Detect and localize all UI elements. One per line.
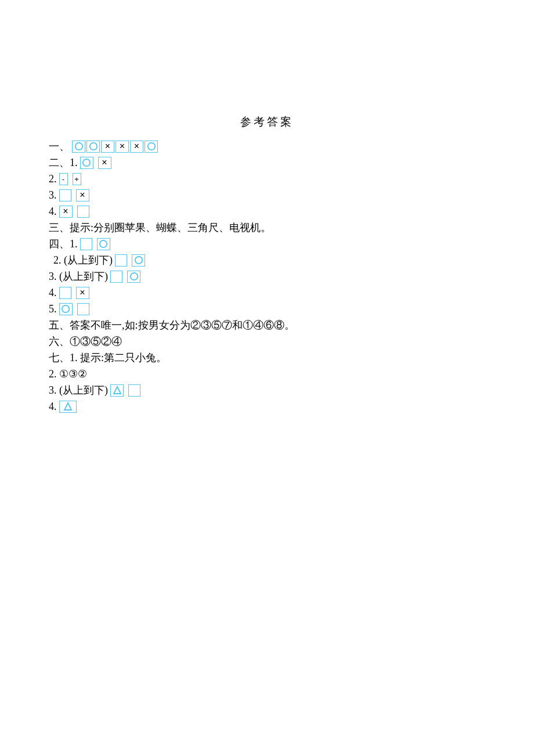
section-2-2: 2. - + xyxy=(49,171,485,187)
label-4-3: 3. (从上到下) xyxy=(49,268,108,285)
section-7-3: 3. (从上到下) xyxy=(49,382,485,398)
section-5: 五、答案不唯一,如:按男女分为②③⑤⑦和①④⑥⑧。 xyxy=(49,317,485,333)
section-2-1: 二、1. × xyxy=(49,154,485,171)
section-4-2: 2. (从上到下) xyxy=(53,252,485,268)
x-icon: × xyxy=(76,189,89,201)
x-icon: × xyxy=(101,141,114,153)
circle-icon xyxy=(59,303,73,315)
section-4-1: 四、1. xyxy=(49,236,485,252)
empty-box-icon xyxy=(80,238,92,250)
empty-box-icon xyxy=(110,271,122,283)
circle-icon xyxy=(72,141,85,153)
section-7-4: 4. xyxy=(49,398,485,415)
label-4-1: 四、1. xyxy=(49,236,78,252)
svg-marker-9 xyxy=(64,403,71,410)
label-6: 六、①③⑤②④ xyxy=(49,333,122,350)
label-2-1: 二、1. xyxy=(49,154,78,171)
label-2-4: 4. xyxy=(49,203,57,219)
svg-point-2 xyxy=(147,143,154,150)
section-7-2: 2. ①③② xyxy=(49,366,485,382)
svg-point-4 xyxy=(100,240,107,247)
circle-icon xyxy=(86,141,100,153)
section-1: 一、 × × × xyxy=(49,138,485,154)
svg-point-6 xyxy=(130,273,137,280)
svg-point-3 xyxy=(83,159,90,166)
section-4-5: 5. xyxy=(49,301,485,317)
section-4-3: 3. (从上到下) xyxy=(49,268,485,285)
circle-icon xyxy=(127,271,140,283)
label-4-2: 2. (从上到下) xyxy=(53,252,113,268)
empty-box-icon xyxy=(59,287,71,299)
section-7-1: 七、1. 提示:第二只小兔。 xyxy=(49,350,485,366)
svg-point-7 xyxy=(62,305,69,312)
circle-icon xyxy=(145,141,158,153)
label-1: 一、 xyxy=(49,138,70,154)
circle-icon xyxy=(80,157,93,169)
triangle-icon xyxy=(59,401,77,413)
svg-marker-8 xyxy=(114,387,121,394)
label-7-4: 4. xyxy=(49,398,57,415)
minus-icon: - xyxy=(59,173,68,185)
x-icon: × xyxy=(116,141,129,153)
label-7-1: 七、1. 提示:第二只小兔。 xyxy=(49,350,167,366)
empty-box-icon xyxy=(59,189,71,201)
svg-point-5 xyxy=(135,257,142,264)
label-2-3: 3. xyxy=(49,187,57,203)
section-2-4: 4. × xyxy=(49,203,485,219)
x-icon: × xyxy=(76,287,89,299)
page: 参考答案 一、 × × × 二、1. × 2. - + 3. xyxy=(0,0,534,415)
label-4-4: 4. xyxy=(49,285,57,301)
section-3: 三、提示:分别圈苹果、蝴蝶、三角尺、电视机。 xyxy=(49,219,485,236)
x-icon: × xyxy=(130,141,143,153)
empty-box-icon xyxy=(77,303,89,315)
circle-icon xyxy=(132,254,145,267)
page-title: 参考答案 xyxy=(49,114,485,130)
x-icon: × xyxy=(59,206,73,218)
section-6: 六、①③⑤②④ xyxy=(49,333,485,350)
label-7-2: 2. ①③② xyxy=(49,366,87,382)
circle-icon xyxy=(97,238,110,250)
section-4-4: 4. × xyxy=(49,285,485,301)
section-2-3: 3. × xyxy=(49,187,485,203)
x-icon: × xyxy=(98,157,111,169)
svg-point-0 xyxy=(75,143,82,150)
empty-box-icon xyxy=(128,384,140,397)
plus-icon: + xyxy=(73,173,81,185)
label-3: 三、提示:分别圈苹果、蝴蝶、三角尺、电视机。 xyxy=(49,219,271,236)
label-4-5: 5. xyxy=(49,301,57,317)
label-5: 五、答案不唯一,如:按男女分为②③⑤⑦和①④⑥⑧。 xyxy=(49,317,295,333)
triangle-icon xyxy=(110,384,124,397)
label-7-3: 3. (从上到下) xyxy=(49,382,108,398)
empty-box-icon xyxy=(115,254,127,267)
empty-box-icon xyxy=(77,206,89,218)
label-2-2: 2. xyxy=(49,171,57,187)
svg-point-1 xyxy=(89,143,96,150)
